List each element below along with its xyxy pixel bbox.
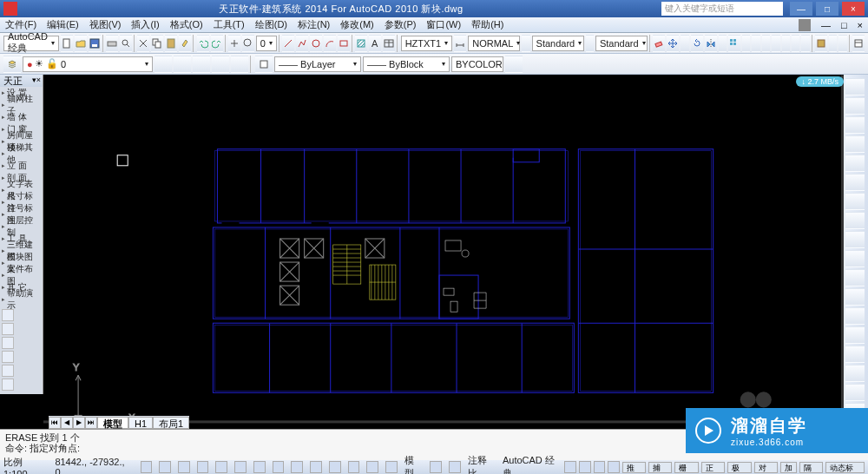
panel-item-file[interactable]: 文件布图 — [0, 269, 43, 281]
r-tool-12[interactable] — [845, 288, 865, 306]
dimstyle1-dropdown[interactable]: NORMAL▾ — [468, 36, 520, 51]
menu-file[interactable]: 文件(F) — [5, 18, 36, 31]
menu-parametric[interactable]: 参数(P) — [385, 18, 417, 31]
menu-modify[interactable]: 修改(M) — [340, 18, 374, 31]
sb-otrack-button[interactable] — [273, 461, 285, 473]
panel-icon-6[interactable] — [2, 379, 14, 391]
menu-tools[interactable]: 工具(T) — [214, 18, 245, 31]
menu-help[interactable]: 帮助(H) — [471, 18, 503, 31]
sb-rt-4[interactable]: 正克 — [701, 462, 725, 473]
sb-ws-icon[interactable] — [564, 461, 576, 473]
layer-iso-button[interactable] — [174, 56, 191, 73]
r-tool-14[interactable] — [845, 326, 865, 344]
close-button[interactable]: × — [842, 2, 865, 16]
explode-button[interactable] — [801, 35, 809, 52]
sb-qp-button[interactable] — [366, 461, 378, 473]
tab-model[interactable]: 模型 — [97, 417, 128, 429]
block-button[interactable] — [815, 35, 827, 52]
status-annot[interactable]: 注释比 — [468, 454, 496, 474]
paste-button[interactable] — [165, 35, 177, 52]
panel-item-stair[interactable]: 楼梯其他 — [0, 148, 43, 160]
r-tool-2[interactable] — [845, 97, 865, 115]
r-tool-8[interactable] — [845, 212, 865, 229]
sb-a2-button[interactable] — [449, 461, 461, 473]
move-button[interactable] — [667, 35, 679, 52]
sb-ortho-button[interactable] — [197, 461, 209, 473]
tab-layout1[interactable]: 布局1 — [153, 417, 189, 429]
tab-last-button[interactable]: ⏭ — [85, 417, 97, 429]
tablestyle-button[interactable] — [522, 35, 529, 52]
help-search-input[interactable]: 键入关键字或短语 — [661, 2, 783, 16]
sb-hw-icon[interactable] — [594, 461, 606, 473]
panel-icon-2[interactable] — [2, 323, 14, 335]
copy-button[interactable] — [151, 35, 163, 52]
menu-edit[interactable]: 编辑(E) — [47, 18, 79, 31]
scale-button[interactable] — [762, 35, 770, 52]
copy2-button[interactable] — [681, 35, 688, 52]
tab-first-button[interactable]: ⏮ — [49, 417, 61, 429]
hatch-button[interactable] — [355, 35, 367, 52]
stretch-button[interactable] — [772, 35, 779, 52]
color-button[interactable] — [255, 56, 273, 73]
menu-format[interactable]: 格式(O) — [170, 18, 203, 31]
doc-close-button[interactable]: × — [858, 20, 863, 30]
r-tool-1[interactable] — [845, 78, 865, 95]
sb-polar-button[interactable] — [215, 461, 227, 473]
insert-button[interactable] — [829, 35, 837, 52]
sb-3dosnap-button[interactable] — [253, 461, 266, 473]
r-tool-7[interactable] — [845, 193, 865, 210]
layer-manager-button[interactable] — [3, 56, 21, 73]
minimize-button[interactable]: — — [790, 2, 812, 16]
status-workspace[interactable]: AutoCAD 经典 — [503, 454, 562, 474]
redo-button[interactable] — [211, 35, 223, 52]
sb-lwt-button[interactable] — [329, 461, 341, 473]
ltscale-button[interactable] — [505, 56, 523, 73]
panel-close-icon[interactable]: ▾× — [32, 76, 41, 84]
dimstyle2-dropdown[interactable]: Standard▾ — [532, 36, 584, 51]
textstyle-dropdown[interactable]: HZTXT1▾ — [401, 36, 453, 51]
workspace-dropdown[interactable]: AutoCAD 经典▾ — [3, 36, 59, 51]
preview-button[interactable] — [120, 35, 132, 52]
trim-button[interactable] — [742, 35, 750, 52]
r-tool-5[interactable] — [845, 155, 865, 172]
undo-button[interactable] — [197, 35, 209, 52]
sb-rt-2[interactable]: 捕捉 — [648, 462, 672, 473]
mirror-button[interactable] — [705, 35, 717, 52]
rect-button[interactable] — [338, 35, 350, 52]
color-dropdown[interactable]: BYCOLOR▾ — [451, 56, 503, 72]
pan-button[interactable] — [228, 35, 240, 52]
panel-icon-3[interactable] — [2, 337, 14, 349]
r-tool-13[interactable] — [845, 307, 865, 325]
menu-window[interactable]: 窗口(W) — [426, 18, 461, 31]
drawing-canvas[interactable]: Y X — [43, 75, 844, 424]
layer-freeze-button[interactable] — [212, 56, 229, 73]
r-tool-3[interactable] — [845, 116, 865, 134]
bedit-button[interactable] — [838, 35, 846, 52]
rotate-button[interactable] — [691, 35, 703, 52]
sb-grid-button[interactable] — [178, 461, 190, 473]
linetype-dropdown[interactable]: —— ByLayer▾ — [274, 56, 361, 72]
mleaderstyle-button[interactable] — [586, 35, 594, 52]
r-tool-17[interactable] — [845, 384, 865, 401]
panel-item-layer[interactable]: 图层控制 — [0, 221, 43, 233]
layer-lock-button[interactable] — [231, 56, 248, 73]
sb-infer-button[interactable] — [141, 461, 153, 473]
sb-osnap-button[interactable] — [234, 461, 247, 473]
status-scale[interactable]: 比例 1:100 — [3, 456, 48, 475]
menu-draw[interactable]: 绘图(D) — [255, 18, 287, 31]
r-tool-16[interactable] — [845, 365, 865, 382]
menu-view[interactable]: 视图(V) — [89, 18, 122, 31]
r-tool-11[interactable] — [845, 269, 865, 286]
sb-rt-8[interactable]: 隔高 — [799, 462, 823, 473]
sb-tpy-button[interactable] — [348, 461, 360, 473]
save-button[interactable] — [89, 35, 101, 52]
menu-dimension[interactable]: 标注(N) — [298, 18, 330, 31]
sb-rt-9[interactable]: 动态标注 — [825, 462, 865, 473]
sb-lock-icon[interactable] — [579, 461, 591, 473]
r-tool-15[interactable] — [845, 346, 865, 363]
new-button[interactable] — [61, 35, 73, 52]
fillet-button[interactable] — [782, 35, 790, 52]
sb-rt-1[interactable]: 推断 — [622, 462, 646, 473]
panel-icon-5[interactable] — [2, 365, 14, 377]
open-button[interactable] — [75, 35, 87, 52]
